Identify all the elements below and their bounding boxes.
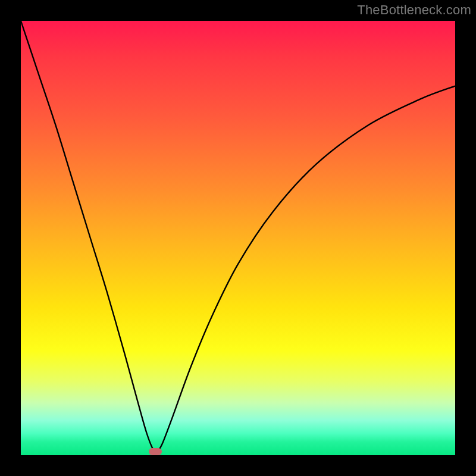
curve-path [21,21,455,452]
plot-area [21,21,455,455]
chart-frame: TheBottleneck.com [0,0,476,476]
bottleneck-curve [21,21,455,455]
minimum-marker [149,448,162,455]
watermark-text: TheBottleneck.com [357,2,471,18]
